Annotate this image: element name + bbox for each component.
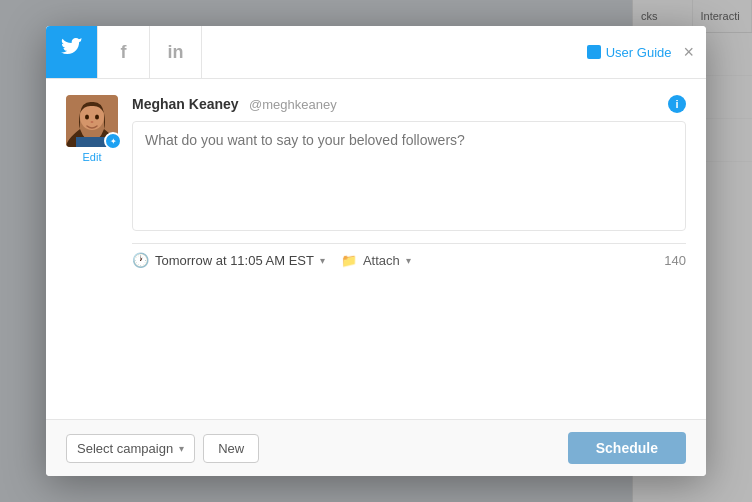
modal-footer: Select campaign ▾ New Schedule xyxy=(46,419,706,476)
avatar-wrapper: ✦ xyxy=(66,95,118,147)
schedule-button[interactable]: Schedule xyxy=(568,432,686,464)
compose-modal: f in User Guide × xyxy=(46,26,706,476)
new-campaign-button[interactable]: New xyxy=(203,434,259,463)
campaign-select[interactable]: Select campaign ▾ xyxy=(66,434,195,463)
modal-header-right: User Guide × xyxy=(587,43,706,61)
attach-dropdown-arrow: ▾ xyxy=(406,255,411,266)
user-handle: @meghkeaney xyxy=(249,97,337,112)
clock-icon: 🕐 xyxy=(132,252,149,268)
user-guide-button[interactable]: User Guide xyxy=(587,45,672,60)
svg-point-3 xyxy=(85,115,89,120)
svg-point-4 xyxy=(95,115,99,120)
linkedin-icon: in xyxy=(168,42,184,63)
footer-left: Select campaign ▾ New xyxy=(66,434,259,463)
schedule-time-button[interactable]: 🕐 Tomorrow at 11:05 AM EST ▾ xyxy=(132,252,325,268)
modal-body: ✦ Edit Meghan Keaney @meghkeaney i xyxy=(46,79,706,419)
svg-point-5 xyxy=(91,121,94,123)
tab-linkedin[interactable]: in xyxy=(150,26,202,78)
compose-right: Meghan Keaney @meghkeaney i 🕐 Tomorrow a… xyxy=(132,95,686,268)
attach-label: Attach xyxy=(363,253,400,268)
user-name: Meghan Keaney xyxy=(132,96,239,112)
facebook-icon: f xyxy=(121,42,127,63)
tweet-textarea[interactable] xyxy=(132,121,686,231)
user-guide-label: User Guide xyxy=(606,45,672,60)
avatar-twitter-icon: ✦ xyxy=(110,137,117,146)
avatar-twitter-badge: ✦ xyxy=(104,132,122,150)
char-count: 140 xyxy=(664,253,686,268)
edit-link[interactable]: Edit xyxy=(83,151,102,163)
twitter-bird-icon xyxy=(61,38,83,66)
info-icon-symbol: i xyxy=(675,98,678,110)
modal-header: f in User Guide × xyxy=(46,26,706,79)
tab-twitter[interactable] xyxy=(46,26,98,78)
attach-button[interactable]: 📁 Attach ▾ xyxy=(341,253,411,268)
tweet-toolbar: 🕐 Tomorrow at 11:05 AM EST ▾ 📁 Attach ▾ … xyxy=(132,243,686,268)
info-icon-button[interactable]: i xyxy=(668,95,686,113)
tab-facebook[interactable]: f xyxy=(98,26,150,78)
user-name-row: Meghan Keaney @meghkeaney xyxy=(132,95,337,113)
user-info: Meghan Keaney @meghkeaney i xyxy=(132,95,686,113)
campaign-select-label: Select campaign xyxy=(77,441,173,456)
schedule-time-text: Tomorrow at 11:05 AM EST xyxy=(155,253,314,268)
user-guide-icon xyxy=(587,45,601,59)
campaign-dropdown-arrow: ▾ xyxy=(179,443,184,454)
schedule-dropdown-arrow: ▾ xyxy=(320,255,325,266)
folder-icon: 📁 xyxy=(341,253,357,268)
compose-area: ✦ Edit Meghan Keaney @meghkeaney i xyxy=(66,95,686,268)
avatar-column: ✦ Edit xyxy=(66,95,118,268)
close-button[interactable]: × xyxy=(683,43,694,61)
